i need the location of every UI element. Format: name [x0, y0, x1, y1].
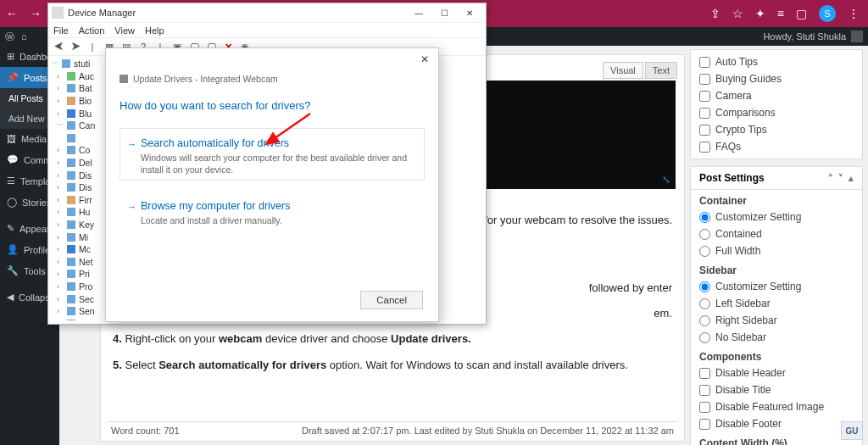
sidebar-heading: Sidebar — [691, 259, 862, 278]
device-icon — [67, 270, 75, 278]
profile-avatar[interactable]: S — [819, 5, 836, 22]
option-desc: Windows will search your computer for th… — [141, 152, 414, 175]
container-contained[interactable] — [699, 229, 710, 240]
collapse-icon: ◀ — [7, 292, 14, 303]
chevron-down-icon[interactable]: ˅ — [838, 173, 843, 184]
option-browse-computer[interactable]: → Browse my computer for drivers Locate … — [120, 191, 425, 230]
device-manager-icon — [52, 7, 64, 19]
kebab-menu-icon[interactable]: ⋮ — [848, 7, 860, 20]
categories-panel: Auto Tips Buying Guides Camera Compariso… — [690, 49, 863, 159]
dm-device-tree[interactable]: ﹀stuti ›Auc ›Bat ›Bio ›Blu ﹀Can ›Co ›Del… — [52, 58, 106, 320]
back-icon[interactable]: ← — [0, 7, 24, 20]
visual-tab[interactable]: Visual — [603, 62, 643, 79]
brush-icon: ✎ — [7, 223, 14, 234]
device-icon — [67, 146, 75, 154]
comments-icon: 💬 — [7, 154, 19, 165]
option-title: Search automatically for drivers — [141, 137, 414, 149]
dialog-close-button[interactable]: ✕ — [416, 52, 433, 67]
container-heading: Container — [691, 190, 862, 209]
watermark-badge: GU — [841, 421, 863, 440]
pin-icon: 📌 — [7, 72, 19, 83]
content-width-heading: Content Width (%) — [691, 432, 862, 445]
nav-back-icon[interactable]: ⮜ — [52, 40, 65, 53]
expand-icon[interactable]: ﹀ — [52, 58, 58, 70]
webcam-icon — [67, 134, 75, 142]
device-icon — [67, 295, 75, 303]
post-settings-panel: Container Customizer Setting Contained F… — [690, 190, 863, 445]
sidebar-none[interactable] — [699, 332, 710, 343]
sidebar-left[interactable] — [699, 298, 710, 309]
step-4: 4. Right-click on your webcam device dri… — [113, 331, 672, 348]
tab-icon[interactable]: ▢ — [796, 7, 807, 20]
bluetooth-icon — [67, 109, 75, 118]
dialog-question: How do you want to search for drivers? — [120, 99, 310, 112]
star-icon[interactable]: ☆ — [732, 7, 743, 20]
device-icon — [67, 307, 75, 315]
container-customizer[interactable] — [699, 212, 710, 223]
camera-icon — [67, 121, 75, 130]
components-heading: Components — [691, 346, 862, 364]
disable-footer[interactable] — [699, 419, 710, 430]
cat-auto-tips[interactable] — [699, 57, 710, 68]
site-home-icon[interactable]: ⌂ — [21, 31, 27, 42]
greeting-text: Howdy, Stuti Shukla — [763, 31, 846, 42]
media-icon: 🖼 — [7, 134, 16, 144]
arrow-right-icon: → — [127, 139, 136, 149]
cancel-button[interactable]: Cancel — [360, 291, 423, 309]
option-search-automatically[interactable]: → Search automatically for drivers Windo… — [120, 128, 425, 181]
draft-status: Draft saved at 2:07:17 pm. Last edited b… — [302, 426, 674, 436]
menu-action[interactable]: Action — [79, 25, 105, 36]
menu-help[interactable]: Help — [145, 25, 164, 36]
device-icon — [120, 75, 128, 83]
word-count: Word count: 701 — [111, 426, 180, 436]
close-button[interactable]: ✕ — [457, 4, 482, 21]
share-icon[interactable]: ⇪ — [710, 7, 721, 20]
arrow-right-icon: → — [127, 202, 136, 212]
toolbar-divider: | — [86, 40, 99, 53]
playlist-icon[interactable]: ≡ — [777, 7, 784, 20]
resize-handle-icon[interactable]: ⤡ — [662, 174, 670, 186]
sidebar-right[interactable] — [699, 315, 710, 326]
editor-mode-toggle: Visual Text — [603, 62, 677, 79]
cat-camera[interactable] — [699, 91, 710, 102]
menu-file[interactable]: File — [53, 25, 69, 36]
user-avatar-icon[interactable] — [851, 31, 863, 42]
wrench-icon: 🔧 — [7, 265, 19, 276]
cat-crypto-tips[interactable] — [699, 125, 710, 136]
device-icon — [67, 72, 75, 81]
container-fullwidth[interactable] — [699, 246, 710, 257]
chevron-up-icon[interactable]: ˄ — [828, 173, 833, 184]
wp-logo-icon[interactable]: ⓦ — [5, 31, 14, 43]
nav-fwd-icon[interactable]: ⮞ — [69, 40, 82, 53]
cat-buying-guides[interactable] — [699, 74, 710, 85]
computer-icon — [62, 59, 70, 68]
device-icon — [67, 183, 75, 192]
dialog-breadcrumb: Update Drivers - Integrated Webcam — [120, 74, 278, 84]
extensions-icon[interactable]: ✦ — [755, 7, 765, 20]
device-icon — [67, 245, 75, 253]
dashboard-icon: ⊞ — [7, 51, 14, 62]
sidebar-customizer[interactable] — [699, 281, 710, 292]
stories-icon: ◯ — [7, 197, 17, 208]
text-tab[interactable]: Text — [645, 62, 677, 79]
dm-titlebar[interactable]: Device Manager — ☐ ✕ — [48, 3, 486, 22]
post-settings-header[interactable]: Post Settings ˄˅▴ — [690, 166, 863, 190]
device-icon — [67, 282, 75, 291]
device-icon — [67, 84, 75, 92]
maximize-button[interactable]: ☐ — [431, 4, 457, 21]
forward-icon[interactable]: → — [24, 7, 47, 20]
user-icon: 👤 — [7, 244, 19, 255]
caret-up-icon[interactable]: ▴ — [849, 173, 854, 184]
disable-title[interactable] — [699, 385, 710, 396]
cat-comparisons[interactable] — [699, 108, 710, 119]
menu-view[interactable]: View — [114, 25, 135, 36]
disable-featured-image[interactable] — [699, 402, 710, 413]
update-drivers-dialog: ✕ Update Drivers - Integrated Webcam How… — [105, 47, 439, 322]
device-icon — [67, 208, 75, 216]
cat-faqs[interactable] — [699, 142, 710, 153]
device-icon — [67, 196, 75, 204]
minimize-button[interactable]: — — [406, 4, 431, 21]
disable-header[interactable] — [699, 368, 710, 379]
device-icon — [67, 320, 75, 320]
device-icon — [67, 258, 75, 266]
